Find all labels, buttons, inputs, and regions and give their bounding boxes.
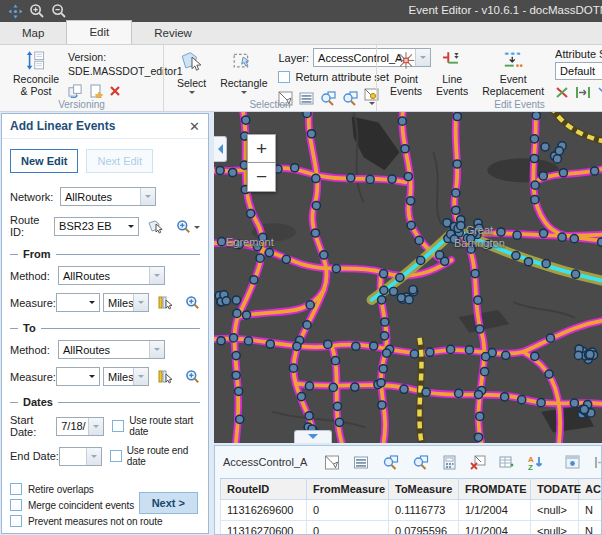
event-point[interactable] [244, 337, 252, 345]
event-point[interactable] [453, 112, 461, 120]
start-date-combobox[interactable]: 7/18/ [56, 417, 104, 436]
event-point[interactable] [216, 166, 224, 174]
event-point[interactable] [513, 231, 521, 239]
event-point[interactable] [335, 418, 343, 426]
event-point[interactable] [242, 311, 250, 319]
rectangle-dropdown-caret[interactable] [241, 91, 247, 97]
event-point[interactable] [586, 350, 594, 358]
event-point[interactable] [530, 154, 538, 162]
zoom-out-icon[interactable] [50, 2, 68, 20]
grid-identify-icon[interactable] [565, 455, 581, 470]
event-point[interactable] [382, 349, 390, 357]
event-point[interactable] [570, 235, 578, 243]
line-events-button[interactable]: Line Events [433, 49, 471, 98]
event-point[interactable] [236, 415, 244, 423]
event-point[interactable] [405, 296, 413, 304]
event-point[interactable] [397, 294, 405, 302]
tab-map[interactable]: Map [6, 23, 60, 44]
tab-edit[interactable]: Edit [66, 20, 132, 44]
grid-clear-selection-icon[interactable] [470, 455, 486, 470]
event-point[interactable] [256, 254, 264, 262]
col-ac[interactable]: AC [579, 479, 602, 500]
from-units-combobox[interactable]: Miles [103, 293, 149, 312]
select-dropdown-caret[interactable] [189, 91, 195, 97]
event-point[interactable] [293, 342, 301, 350]
event-point[interactable] [426, 348, 434, 356]
tab-review[interactable]: Review [138, 23, 208, 44]
from-zoom-icon[interactable] [185, 295, 200, 310]
route-id-combobox[interactable]: BSR23 EB [54, 217, 139, 236]
grid-show-selected-icon[interactable] [353, 455, 369, 470]
event-point[interactable] [409, 286, 417, 294]
col-fromdate[interactable]: FROMDATE [459, 479, 531, 500]
event-point[interactable] [591, 167, 599, 175]
event-point[interactable] [217, 337, 225, 345]
next-button[interactable]: Next > [139, 492, 198, 514]
event-point[interactable] [474, 391, 482, 399]
event-point[interactable] [303, 321, 311, 329]
merge-coincident-checkbox[interactable] [10, 499, 22, 511]
zoom-route-caret[interactable] [194, 226, 200, 232]
event-point[interactable] [524, 258, 532, 266]
grid-pan-to-selected-icon[interactable] [412, 455, 429, 470]
next-edit-button[interactable]: Next Edit [86, 149, 153, 173]
new-edit-button[interactable]: New Edit [10, 149, 78, 173]
event-point[interactable] [559, 169, 567, 177]
event-point[interactable] [232, 352, 240, 360]
event-point[interactable] [229, 168, 237, 176]
event-point[interactable] [532, 112, 540, 120]
event-point[interactable] [539, 229, 547, 237]
event-point[interactable] [233, 309, 241, 317]
from-method-combobox[interactable]: AllRoutes [58, 266, 165, 285]
event-point[interactable] [417, 256, 425, 264]
event-point[interactable] [381, 318, 389, 326]
event-point[interactable] [476, 412, 484, 420]
collapse-panel-left-button[interactable] [214, 136, 227, 162]
event-point[interactable] [366, 175, 374, 183]
new-version-icon[interactable] [89, 84, 103, 98]
event-point[interactable] [324, 340, 332, 348]
end-date-combobox[interactable] [59, 447, 101, 466]
split-event-icon[interactable] [555, 86, 569, 99]
prevent-measures-checkbox[interactable] [10, 515, 22, 527]
event-point[interactable] [389, 287, 397, 295]
event-point[interactable] [546, 334, 554, 342]
to-measure-combobox[interactable] [56, 367, 100, 386]
event-point[interactable] [407, 197, 415, 205]
event-point[interactable] [447, 345, 455, 353]
pan-icon[interactable] [6, 2, 24, 20]
event-point[interactable] [598, 238, 602, 246]
event-point[interactable] [512, 251, 520, 259]
event-point[interactable] [396, 274, 404, 282]
event-point[interactable] [333, 402, 341, 410]
from-measure-on-map-icon[interactable] [158, 295, 173, 310]
event-point[interactable] [289, 364, 297, 372]
event-point[interactable] [501, 393, 509, 401]
event-point[interactable] [398, 117, 406, 125]
event-point[interactable] [518, 396, 526, 404]
event-point[interactable] [351, 383, 359, 391]
event-point[interactable] [388, 175, 396, 183]
grid-select-by-shape-icon[interactable] [324, 455, 340, 470]
event-point[interactable] [452, 189, 460, 197]
event-point[interactable] [305, 412, 313, 420]
to-units-combobox[interactable]: Miles [103, 367, 149, 386]
extend-event-icon[interactable] [575, 86, 591, 99]
event-point[interactable] [542, 260, 550, 268]
return-attribute-set-checkbox[interactable] [278, 71, 290, 83]
grid-measure-icon[interactable] [594, 456, 602, 469]
event-point[interactable] [541, 143, 549, 151]
event-point[interactable] [282, 255, 290, 263]
event-point[interactable] [452, 206, 460, 214]
grid-zoom-to-selected-icon[interactable] [382, 455, 399, 470]
event-point[interactable] [312, 174, 320, 182]
event-point[interactable] [422, 388, 430, 396]
event-point[interactable] [410, 350, 418, 358]
event-point[interactable] [377, 379, 385, 387]
event-point[interactable] [378, 401, 386, 409]
rectangle-button[interactable]: Rectangle [217, 49, 270, 98]
network-combobox[interactable]: AllRoutes [60, 187, 156, 206]
event-point[interactable] [481, 368, 489, 376]
event-point[interactable] [570, 399, 578, 407]
select-button[interactable]: Select [174, 49, 209, 98]
